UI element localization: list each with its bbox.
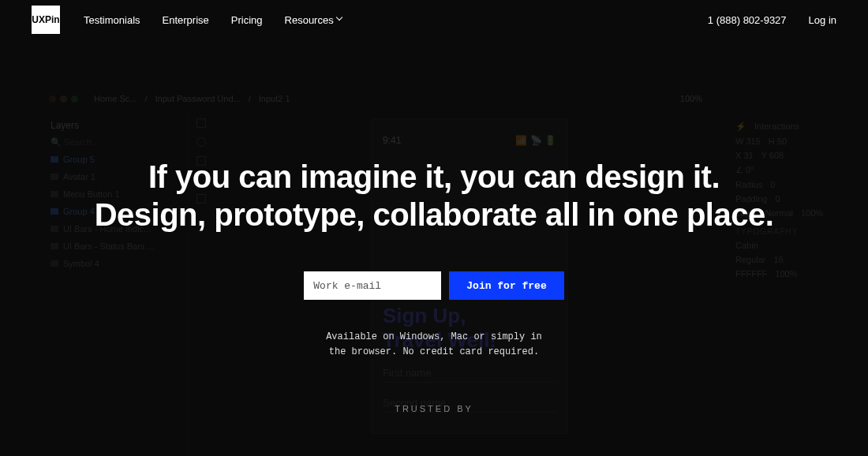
phone-statusbar: 9:41 📶 📡 🔋 [383,135,556,146]
nav-resources[interactable]: Resources [285,14,343,26]
interactions-label: ⚡ Interactions [735,121,859,132]
breadcrumb-3: Input2 1 [259,94,290,103]
layers-title: Layers [41,117,189,134]
phone-number[interactable]: 1 (888) 802-9327 [708,14,787,26]
nav-pricing[interactable]: Pricing [231,14,263,26]
headline: If you can imagine it, you can design it… [0,158,868,234]
trusted-by-label: TRUSTED BY [0,404,868,413]
breadcrumb: Home Sc... / Input Password Und... / Inp… [94,94,290,103]
hero-section: If you can imagine it, you can design it… [0,158,868,413]
window-controls [49,95,78,103]
nav-enterprise[interactable]: Enterprise [163,14,209,26]
chevron-down-icon [337,17,343,23]
zoom-level: 100% [680,94,702,103]
cta-row: Join for free [0,271,868,300]
headline-line1: If you can imagine it, you can design it… [0,158,868,196]
headline-line2: Design, prototype, collaborate all in on… [0,196,868,234]
layers-search: 🔍 Search... [41,134,189,151]
breadcrumb-2: Input Password Und... [155,94,240,103]
nav-testimonials[interactable]: Testimonials [84,14,140,26]
nav-resources-label: Resources [285,14,334,26]
logo[interactable]: UXPin [32,6,60,34]
breadcrumb-1: Home Sc... [94,94,137,103]
subtext: Available on Windows, Mac or simply in t… [0,330,868,360]
header-right: 1 (888) 802-9327 Log in [708,14,836,26]
header-left: UXPin Testimonials Enterprise Pricing Re… [32,6,343,34]
editor-toolbar: Home Sc... / Input Password Und... / Inp… [41,87,868,110]
login-link[interactable]: Log in [809,14,836,26]
nav-links: Testimonials Enterprise Pricing Resource… [84,14,343,26]
work-email-input[interactable] [304,271,441,300]
join-free-button[interactable]: Join for free [449,271,563,300]
main-header: UXPin Testimonials Enterprise Pricing Re… [0,0,868,39]
